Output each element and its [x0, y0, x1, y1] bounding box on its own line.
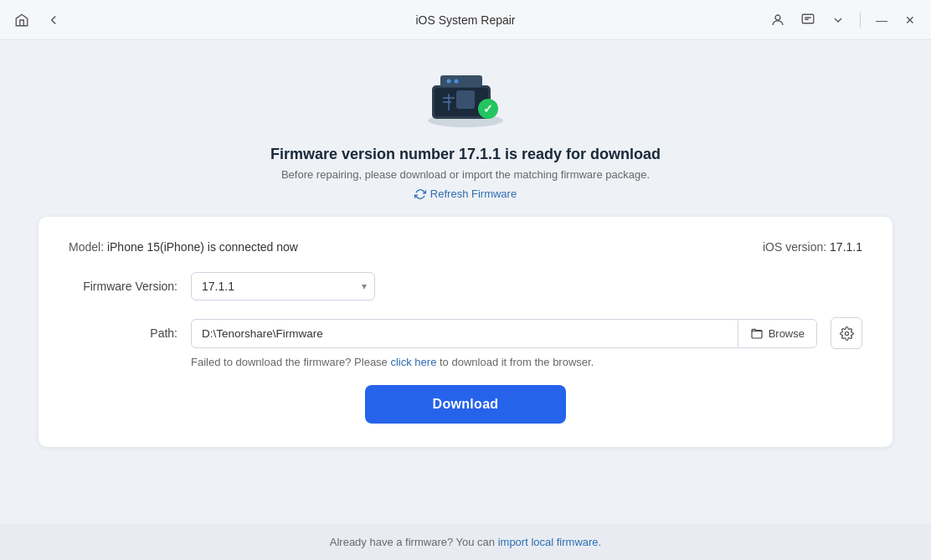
back-icon [46, 13, 61, 28]
close-icon: ✕ [905, 13, 915, 27]
svg-rect-8 [456, 90, 475, 109]
svg-point-10 [447, 80, 451, 84]
error-text-suffix: to download it from the browser. [436, 356, 594, 368]
firmware-version-row: Firmware Version: 17.1.1 17.1.0 17.0.3 1… [69, 272, 862, 301]
chevron-down-icon [831, 13, 845, 27]
click-here-link[interactable]: click here [390, 356, 436, 368]
hero-section: ✓ Firmware version number 17.1.1 is read… [270, 60, 661, 200]
user-icon [770, 13, 785, 28]
browse-label: Browse [769, 327, 805, 340]
svg-rect-1 [802, 14, 814, 23]
path-form-row: Path: Browse [69, 317, 862, 349]
home-button[interactable] [10, 8, 33, 32]
footer: Already have a firmware? You can import … [0, 524, 931, 560]
device-icon: ✓ [419, 60, 512, 136]
chat-button[interactable] [796, 8, 820, 32]
footer-text: Already have a firmware? You can [330, 536, 498, 548]
user-button[interactable] [766, 8, 790, 32]
path-label: Path: [69, 326, 177, 340]
minimize-button[interactable]: — [871, 9, 892, 31]
back-button[interactable] [42, 8, 65, 32]
device-illustration: ✓ [419, 60, 512, 131]
device-info-row: Model: iPhone 15(iPhone) is connected no… [69, 240, 862, 254]
settings-button[interactable] [831, 317, 862, 349]
dropdown-button[interactable] [826, 8, 850, 32]
download-button[interactable]: Download [365, 385, 566, 424]
refresh-firmware-link[interactable]: Refresh Firmware [414, 188, 517, 200]
path-input[interactable] [192, 320, 738, 347]
close-button[interactable]: ✕ [899, 9, 921, 31]
model-label: Model: [69, 240, 104, 254]
hero-subtitle: Before repairing, please download or imp… [281, 168, 650, 181]
svg-text:✓: ✓ [483, 102, 493, 116]
window-title: iOS System Repair [415, 13, 515, 27]
refresh-icon [414, 188, 426, 200]
main-content: ✓ Firmware version number 17.1.1 is read… [0, 40, 931, 524]
firmware-card: Model: iPhone 15(iPhone) is connected no… [39, 217, 892, 447]
model-info: Model: iPhone 15(iPhone) is connected no… [69, 240, 298, 254]
svg-point-11 [455, 80, 459, 84]
import-firmware-link[interactable]: import local firmware [498, 536, 599, 548]
firmware-version-label: Firmware Version: [69, 280, 177, 293]
ios-value: 17.1.1 [830, 240, 862, 254]
error-message: Failed to download the firmware? Please … [191, 356, 862, 368]
minimize-icon: — [876, 13, 887, 27]
path-input-wrapper: Browse [191, 319, 817, 348]
titlebar-right: — ✕ [766, 8, 921, 32]
folder-icon [750, 327, 764, 339]
model-value: iPhone 15(iPhone) is connected now [107, 240, 298, 254]
ios-label: iOS version: [763, 240, 826, 254]
chat-icon [800, 13, 815, 28]
error-text-prefix: Failed to download the firmware? Please [191, 356, 390, 368]
hero-title: Firmware version number 17.1.1 is ready … [270, 146, 661, 163]
home-icon [14, 13, 29, 28]
firmware-version-select-wrapper: 17.1.1 17.1.0 17.0.3 17.0.2 ▾ [191, 272, 375, 301]
ios-info: iOS version: 17.1.1 [763, 240, 862, 254]
svg-point-14 [845, 331, 848, 335]
footer-text-end: . [599, 536, 602, 548]
svg-point-0 [775, 15, 780, 20]
settings-icon [840, 326, 854, 341]
titlebar-divider [860, 13, 861, 28]
browse-button[interactable]: Browse [738, 321, 816, 347]
refresh-label: Refresh Firmware [430, 188, 517, 200]
firmware-version-select[interactable]: 17.1.1 17.1.0 17.0.3 17.0.2 [191, 272, 375, 301]
titlebar-left [10, 8, 65, 32]
titlebar: iOS System Repair — ✕ [0, 0, 931, 40]
